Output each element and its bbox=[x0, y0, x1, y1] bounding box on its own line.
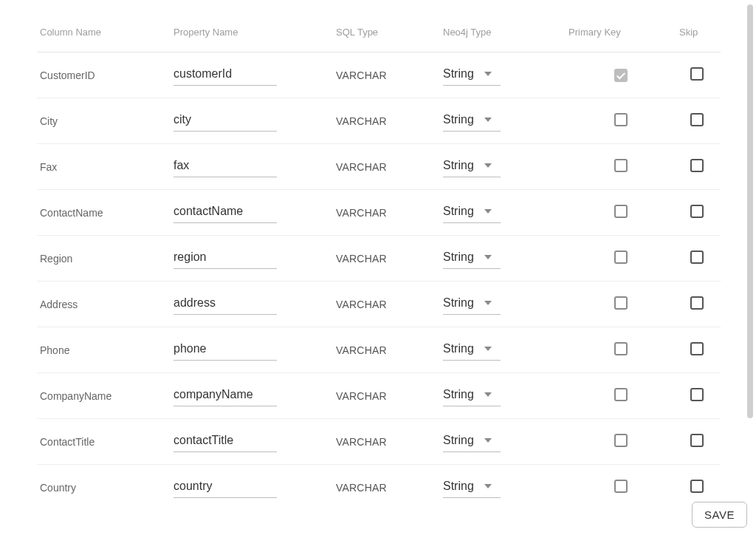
property-name-input[interactable] bbox=[173, 248, 277, 269]
cell-skip bbox=[679, 52, 721, 98]
primary-key-checkbox[interactable] bbox=[614, 388, 628, 401]
cell-column-name: ContactName bbox=[37, 190, 173, 236]
save-button[interactable]: SAVE bbox=[692, 502, 747, 528]
neo4j-type-select[interactable]: String bbox=[443, 293, 501, 315]
skip-checkbox[interactable] bbox=[690, 113, 704, 126]
cell-neo4j-type: String bbox=[443, 236, 568, 282]
chevron-down-icon bbox=[484, 392, 492, 397]
skip-checkbox[interactable] bbox=[690, 480, 704, 493]
primary-key-checkbox[interactable] bbox=[614, 205, 628, 218]
neo4j-type-select[interactable]: String bbox=[443, 64, 501, 86]
chevron-down-icon bbox=[484, 301, 492, 305]
primary-key-checkbox[interactable] bbox=[614, 342, 628, 355]
cell-column-name: Fax bbox=[37, 144, 173, 190]
property-name-input[interactable] bbox=[173, 156, 277, 177]
cell-neo4j-type: String bbox=[443, 373, 568, 419]
sql-type-value: VARCHAR bbox=[336, 161, 387, 173]
cell-neo4j-type: String bbox=[443, 190, 568, 236]
cell-skip bbox=[679, 98, 721, 144]
header-neo4j-type: Neo4j Type bbox=[443, 27, 568, 52]
cell-primary-key bbox=[568, 98, 679, 144]
primary-key-checkbox[interactable] bbox=[614, 159, 628, 172]
mapping-table: Column Name Property Name SQL Type Neo4j… bbox=[37, 27, 721, 500]
cell-sql-type: VARCHAR bbox=[336, 327, 443, 373]
neo4j-type-select[interactable]: String bbox=[443, 339, 501, 361]
cell-sql-type: VARCHAR bbox=[336, 52, 443, 98]
cell-property-name bbox=[173, 236, 336, 282]
cell-skip bbox=[679, 465, 721, 500]
cell-column-name: ContactTitle bbox=[37, 419, 173, 465]
cell-primary-key bbox=[568, 327, 679, 373]
skip-checkbox[interactable] bbox=[690, 434, 704, 447]
cell-column-name: Region bbox=[37, 236, 173, 282]
cell-primary-key bbox=[568, 236, 679, 282]
cell-skip bbox=[679, 190, 721, 236]
skip-checkbox[interactable] bbox=[690, 251, 704, 264]
table-row: FaxVARCHARString bbox=[37, 144, 721, 190]
neo4j-type-select[interactable]: String bbox=[443, 477, 501, 498]
cell-sql-type: VARCHAR bbox=[336, 419, 443, 465]
primary-key-checkbox[interactable] bbox=[614, 480, 628, 493]
cell-primary-key bbox=[568, 282, 679, 327]
skip-checkbox[interactable] bbox=[690, 205, 704, 218]
primary-key-checkbox[interactable] bbox=[614, 434, 628, 447]
cell-column-name: City bbox=[37, 98, 173, 144]
chevron-down-icon bbox=[484, 209, 492, 214]
chevron-down-icon bbox=[484, 163, 492, 168]
neo4j-type-value: String bbox=[443, 205, 474, 218]
chevron-down-icon bbox=[484, 72, 492, 76]
primary-key-checkbox[interactable] bbox=[614, 113, 628, 126]
cell-column-name: CustomerID bbox=[37, 52, 173, 98]
neo4j-type-select[interactable]: String bbox=[443, 110, 501, 132]
neo4j-type-value: String bbox=[443, 251, 474, 264]
cell-primary-key bbox=[568, 52, 679, 98]
neo4j-type-value: String bbox=[443, 480, 474, 493]
table-row: AddressVARCHARString bbox=[37, 282, 721, 327]
cell-primary-key bbox=[568, 419, 679, 465]
table-row: CountryVARCHARString bbox=[37, 465, 721, 500]
primary-key-checkbox[interactable] bbox=[614, 69, 628, 82]
cell-skip bbox=[679, 419, 721, 465]
neo4j-type-value: String bbox=[443, 67, 474, 81]
table-row: PhoneVARCHARString bbox=[37, 327, 721, 373]
cell-column-name: Address bbox=[37, 282, 173, 327]
neo4j-type-select[interactable]: String bbox=[443, 385, 501, 406]
neo4j-type-select[interactable]: String bbox=[443, 156, 501, 177]
neo4j-type-value: String bbox=[443, 434, 474, 447]
cell-skip bbox=[679, 373, 721, 419]
cell-property-name bbox=[173, 282, 336, 327]
header-property-name: Property Name bbox=[173, 27, 336, 52]
neo4j-type-select[interactable]: String bbox=[443, 431, 501, 452]
cell-property-name bbox=[173, 327, 336, 373]
skip-checkbox[interactable] bbox=[690, 388, 704, 401]
cell-property-name bbox=[173, 465, 336, 500]
primary-key-checkbox[interactable] bbox=[614, 251, 628, 264]
cell-sql-type: VARCHAR bbox=[336, 282, 443, 327]
neo4j-type-select[interactable]: String bbox=[443, 202, 501, 223]
skip-checkbox[interactable] bbox=[690, 342, 704, 355]
property-name-input[interactable] bbox=[173, 64, 277, 86]
scrollbar-thumb[interactable] bbox=[747, 4, 753, 418]
skip-checkbox[interactable] bbox=[690, 296, 704, 310]
cell-neo4j-type: String bbox=[443, 144, 568, 190]
property-name-input[interactable] bbox=[173, 110, 277, 132]
scrollbar-track[interactable] bbox=[747, 4, 753, 426]
sql-type-value: VARCHAR bbox=[336, 299, 387, 310]
primary-key-checkbox[interactable] bbox=[614, 296, 628, 310]
property-name-input[interactable] bbox=[173, 385, 277, 406]
cell-column-name: Phone bbox=[37, 327, 173, 373]
cell-column-name: CompanyName bbox=[37, 373, 173, 419]
cell-primary-key bbox=[568, 373, 679, 419]
skip-checkbox[interactable] bbox=[690, 159, 704, 172]
property-name-input[interactable] bbox=[173, 293, 277, 315]
property-name-input[interactable] bbox=[173, 202, 277, 223]
neo4j-type-value: String bbox=[443, 113, 474, 126]
neo4j-type-value: String bbox=[443, 296, 474, 310]
property-name-input[interactable] bbox=[173, 339, 277, 361]
cell-sql-type: VARCHAR bbox=[336, 98, 443, 144]
neo4j-type-select[interactable]: String bbox=[443, 248, 501, 269]
skip-checkbox[interactable] bbox=[690, 67, 704, 81]
table-row: CustomerIDVARCHARString bbox=[37, 52, 721, 98]
property-name-input[interactable] bbox=[173, 431, 277, 452]
property-name-input[interactable] bbox=[173, 477, 277, 498]
